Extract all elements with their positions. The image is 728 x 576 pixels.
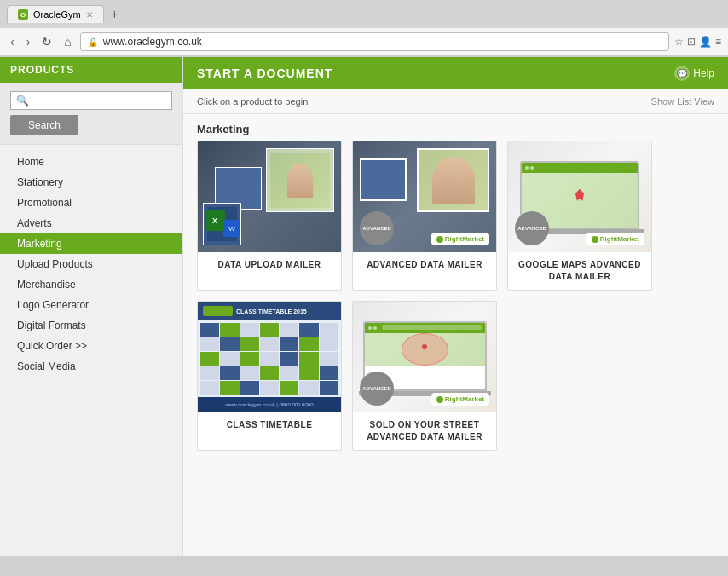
tab-favicon: O bbox=[18, 9, 28, 20]
browser-tab[interactable]: O OracleGym ✕ bbox=[7, 5, 104, 23]
product-card-advanced-data-mailer[interactable]: ADVANCED RightMarket ADVANCED DATA MAILE… bbox=[352, 141, 497, 291]
menu-icon[interactable]: ≡ bbox=[715, 36, 721, 48]
sidebar-item-logo-generator[interactable]: Logo Generator bbox=[0, 295, 182, 315]
sidebar-item-quick-order[interactable]: Quick Order >> bbox=[0, 336, 182, 356]
timetable-title: CLASS TIMETABLE 2015 bbox=[236, 308, 307, 314]
dot2 bbox=[530, 166, 534, 170]
photo-collage: G X W bbox=[198, 141, 341, 252]
sidebar-nav: Home Stationery Promotional Adverts Mark… bbox=[0, 145, 182, 383]
section-title: Marketing bbox=[183, 114, 728, 141]
home-button[interactable]: ⌂ bbox=[61, 33, 74, 50]
cell bbox=[220, 337, 239, 351]
star-icon[interactable]: ☆ bbox=[674, 36, 684, 48]
timetable-grid bbox=[198, 320, 341, 397]
cell bbox=[220, 366, 239, 380]
search-button[interactable]: Search bbox=[10, 115, 78, 135]
cell bbox=[220, 352, 239, 366]
cell bbox=[299, 366, 318, 380]
cell bbox=[220, 381, 239, 395]
sidebar-item-promotional[interactable]: Promotional bbox=[0, 193, 182, 213]
new-tab-button[interactable]: + bbox=[111, 7, 118, 22]
url-input[interactable] bbox=[103, 36, 662, 48]
product-card-data-upload-mailer[interactable]: G X W DATA UPLOAD MAILER bbox=[197, 141, 342, 291]
back-button[interactable]: ‹ bbox=[7, 33, 18, 50]
dot bbox=[368, 326, 372, 330]
sidebar-item-marketing[interactable]: Marketing bbox=[0, 233, 182, 254]
cell bbox=[200, 337, 219, 351]
cell bbox=[200, 352, 219, 366]
tab-close-icon[interactable]: ✕ bbox=[86, 10, 93, 20]
product-card-sold-street[interactable]: ADVANCED RightMarket SOLD ON YOUR STREET… bbox=[352, 301, 497, 451]
cell bbox=[240, 323, 259, 337]
cell bbox=[280, 323, 298, 337]
sidebar-item-home[interactable]: Home bbox=[0, 152, 182, 172]
cell bbox=[240, 366, 259, 380]
product-card-google-maps[interactable]: ADVANCED RightMarket GOOGLE MAPS ADVANCE… bbox=[507, 141, 652, 291]
cell bbox=[280, 366, 298, 380]
nav-bar: ‹ › ↻ ⌂ 🔒 ☆ ⊡ 👤 ≡ bbox=[0, 28, 728, 56]
dot1 bbox=[525, 166, 529, 170]
rm-dot bbox=[436, 236, 443, 243]
bookmark-icon[interactable]: ⊡ bbox=[687, 36, 696, 48]
sidebar-item-stationery[interactable]: Stationery bbox=[0, 172, 182, 193]
product-label-google-maps: GOOGLE MAPS ADVANCED DATA MAILER bbox=[508, 252, 651, 290]
sidebar-header: Products bbox=[0, 57, 182, 83]
sidebar-item-adverts[interactable]: Adverts bbox=[0, 213, 182, 233]
cell bbox=[260, 381, 279, 395]
rightmarket-badge-gm: RightMarket bbox=[586, 233, 644, 245]
photo-main bbox=[266, 148, 334, 212]
sidebar-item-digital-formats[interactable]: Digital Formats bbox=[0, 315, 182, 336]
show-list-button[interactable]: Show List View bbox=[651, 96, 714, 107]
cell bbox=[260, 337, 279, 351]
rm-dot-sold bbox=[436, 396, 443, 403]
cell bbox=[299, 323, 318, 337]
map-area-sold bbox=[365, 333, 485, 366]
rm-text: RightMarket bbox=[445, 235, 484, 243]
search-input[interactable] bbox=[32, 95, 166, 107]
cell bbox=[240, 352, 259, 366]
cell bbox=[200, 366, 219, 380]
sidebar: Products 🔍 Search Home Stationery Promot… bbox=[0, 57, 183, 556]
cell bbox=[200, 323, 219, 337]
tab-label: OracleGym bbox=[33, 9, 81, 20]
main-header: Start a Document 💬 Help bbox=[183, 57, 728, 89]
address-bar[interactable]: 🔒 bbox=[80, 32, 669, 51]
help-icon: 💬 bbox=[674, 66, 690, 81]
sidebar-item-social-media[interactable]: Social Media bbox=[0, 356, 182, 377]
product-image-sold-street: ADVANCED RightMarket bbox=[353, 302, 496, 412]
rightmarket-badge: RightMarket bbox=[431, 233, 489, 245]
cell bbox=[260, 352, 279, 366]
advanced-badge-sold: ADVANCED bbox=[360, 372, 394, 406]
cell bbox=[240, 337, 259, 351]
cell bbox=[220, 323, 239, 337]
word-icon: W bbox=[223, 220, 240, 237]
forward-button[interactable]: › bbox=[23, 33, 34, 50]
sidebar-item-upload-products[interactable]: Upload Products bbox=[0, 254, 182, 274]
timetable-top-bar: CLASS TIMETABLE 2015 bbox=[198, 302, 341, 320]
help-label: Help bbox=[693, 67, 714, 79]
search-icon: 🔍 bbox=[16, 95, 29, 107]
product-label-timetable: CLASS TIMETABLE bbox=[198, 412, 341, 438]
map-pin-sold bbox=[422, 344, 427, 349]
product-image-advanced-mailer: ADVANCED RightMarket bbox=[353, 141, 496, 252]
cell bbox=[200, 381, 219, 395]
mailer-back bbox=[360, 158, 407, 201]
timetable-logo bbox=[203, 306, 233, 316]
address-bar bbox=[382, 325, 482, 330]
search-input-wrap[interactable]: 🔍 bbox=[10, 91, 172, 110]
cell bbox=[299, 381, 318, 395]
help-button[interactable]: 💬 Help bbox=[674, 66, 714, 81]
sidebar-item-merchandise[interactable]: Merchandise bbox=[0, 274, 182, 295]
refresh-button[interactable]: ↻ bbox=[38, 33, 55, 50]
product-card-class-timetable[interactable]: CLASS TIMETABLE 2015 bbox=[197, 301, 342, 451]
rightmarket-badge-sold: RightMarket bbox=[431, 393, 489, 406]
cell bbox=[280, 381, 298, 395]
dot bbox=[373, 326, 377, 330]
nav-icons: ☆ ⊡ 👤 ≡ bbox=[674, 36, 721, 48]
person-icon[interactable]: 👤 bbox=[699, 36, 712, 48]
google-maps-visual: ADVANCED RightMarket bbox=[508, 141, 651, 252]
cell bbox=[280, 337, 298, 351]
timetable-footer-text: www.oraclegym.co.uk | 0800 000 0000 bbox=[226, 402, 314, 407]
product-image-google-maps: ADVANCED RightMarket bbox=[508, 141, 651, 252]
cell bbox=[280, 352, 298, 366]
